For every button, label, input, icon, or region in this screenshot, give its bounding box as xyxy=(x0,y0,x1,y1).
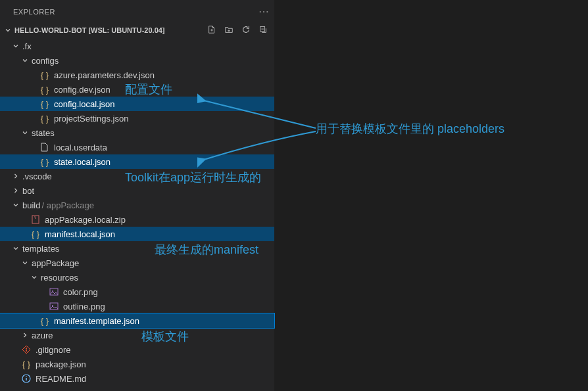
chevron-right-icon xyxy=(11,171,21,181)
file-label: .gitignore xyxy=(36,345,70,355)
chevron-down-icon xyxy=(11,200,21,210)
chevron-down-icon xyxy=(29,272,39,283)
json-icon: { } xyxy=(39,156,50,167)
image-icon xyxy=(49,301,59,311)
folder-azure[interactable]: azure xyxy=(0,328,274,342)
file-label: manifest.local.json xyxy=(45,229,115,239)
file-local-userdata[interactable]: local.userdata xyxy=(0,140,274,154)
svg-rect-1 xyxy=(32,216,39,223)
file-icon xyxy=(39,142,50,152)
json-icon: { } xyxy=(39,315,50,326)
folder-label: configs xyxy=(32,56,59,66)
refresh-icon[interactable] xyxy=(241,25,251,35)
chevron-down-icon xyxy=(3,25,13,35)
json-icon: { } xyxy=(39,113,50,124)
file-manifest-local[interactable]: { } manifest.local.json xyxy=(0,227,274,241)
file-label: manifest.template.json xyxy=(54,316,139,326)
folder-label: .fx xyxy=(22,41,32,51)
file-label: package.json xyxy=(36,359,86,369)
new-folder-icon[interactable] xyxy=(224,25,233,35)
json-icon: { } xyxy=(21,359,32,369)
file-package-json[interactable]: { } package.json xyxy=(0,357,274,371)
file-azure-params[interactable]: { } azure.parameters.dev.json xyxy=(0,68,274,82)
annotation-placeholders: 用于替换模板文件里的 placeholders xyxy=(316,121,504,137)
svg-rect-4 xyxy=(50,303,58,310)
svg-point-11 xyxy=(26,376,27,377)
file-state-local[interactable]: { } state.local.json xyxy=(0,154,274,169)
chevron-right-icon xyxy=(20,330,30,340)
folder-label: build xyxy=(22,200,40,210)
file-outline-png[interactable]: outline.png xyxy=(0,299,274,313)
file-label: local.userdata xyxy=(54,143,107,152)
file-label: outline.png xyxy=(63,302,105,311)
file-label: config.dev.json xyxy=(54,85,110,95)
file-manifest-template[interactable]: { } manifest.template.json xyxy=(0,313,274,328)
json-icon: { } xyxy=(39,70,50,80)
file-label: README.md xyxy=(36,374,86,384)
chevron-right-icon xyxy=(11,185,21,196)
zip-icon xyxy=(30,214,41,225)
folder-label: azure xyxy=(32,331,53,340)
section-header[interactable]: HELLO-WORLD-BOT [WSL: UBUNTU-20.04] xyxy=(0,23,274,37)
svg-rect-2 xyxy=(50,288,58,295)
folder-build[interactable]: build / appPackage xyxy=(0,198,274,212)
annotation-manifest: 最终生成的manifest xyxy=(155,242,258,258)
annotation-config: 配置文件 xyxy=(125,81,172,97)
chevron-down-icon xyxy=(20,258,30,268)
file-label: color.png xyxy=(63,287,98,297)
file-config-local[interactable]: { } config.local.json xyxy=(0,97,274,111)
section-actions xyxy=(207,25,274,35)
folder-fx[interactable]: .fx xyxy=(0,39,274,53)
folder-label: states xyxy=(32,128,55,138)
info-icon xyxy=(21,373,32,384)
json-icon: { } xyxy=(39,84,50,95)
file-label: azure.parameters.dev.json xyxy=(54,70,155,80)
editor-area xyxy=(275,0,588,391)
panel-title: EXPLORER xyxy=(13,8,55,16)
folder-label: appPackage xyxy=(32,258,79,268)
chevron-down-icon xyxy=(11,41,21,51)
folder-resources[interactable]: resources xyxy=(0,270,274,285)
collapse-all-icon[interactable] xyxy=(258,25,268,35)
file-label: projectSettings.json xyxy=(54,114,128,124)
json-icon: { } xyxy=(30,229,41,239)
chevron-down-icon xyxy=(20,127,30,138)
folder-states[interactable]: states xyxy=(0,126,274,140)
file-apppackage-zip[interactable]: appPackage.local.zip xyxy=(0,212,274,227)
folder-configs[interactable]: configs xyxy=(0,53,274,68)
file-label: config.local.json xyxy=(54,99,115,109)
image-icon xyxy=(49,287,59,297)
git-icon xyxy=(21,344,32,355)
file-label: state.local.json xyxy=(54,157,110,167)
file-label: appPackage.local.zip xyxy=(45,215,126,225)
section-title: HELLO-WORLD-BOT [WSL: UBUNTU-20.04] xyxy=(14,26,165,34)
explorer-panel: EXPLORER ⋯ HELLO-WORLD-BOT [WSL: UBUNTU-… xyxy=(0,0,275,391)
folder-bot[interactable]: bot xyxy=(0,183,274,198)
annotation-template: 模板文件 xyxy=(141,329,189,344)
json-icon: { } xyxy=(39,99,50,109)
annotation-toolkit: Toolkit在app运行时生成的 xyxy=(125,170,261,185)
chevron-down-icon xyxy=(11,243,21,254)
folder-subpath: / appPackage xyxy=(41,200,94,210)
folder-apppackage[interactable]: appPackage xyxy=(0,256,274,270)
folder-label: bot xyxy=(22,186,34,196)
folder-label: resources xyxy=(41,273,78,283)
folder-label: templates xyxy=(22,244,59,254)
chevron-down-icon xyxy=(20,55,30,66)
file-readme[interactable]: README.md xyxy=(0,371,274,386)
file-color-png[interactable]: color.png xyxy=(0,285,274,299)
file-project-settings[interactable]: { } projectSettings.json xyxy=(0,111,274,126)
folder-label: .vscode xyxy=(22,172,52,181)
new-file-icon[interactable] xyxy=(207,25,216,35)
panel-header: EXPLORER ⋯ xyxy=(0,0,274,23)
file-gitignore[interactable]: .gitignore xyxy=(0,342,274,357)
more-actions-icon[interactable]: ⋯ xyxy=(258,5,270,18)
